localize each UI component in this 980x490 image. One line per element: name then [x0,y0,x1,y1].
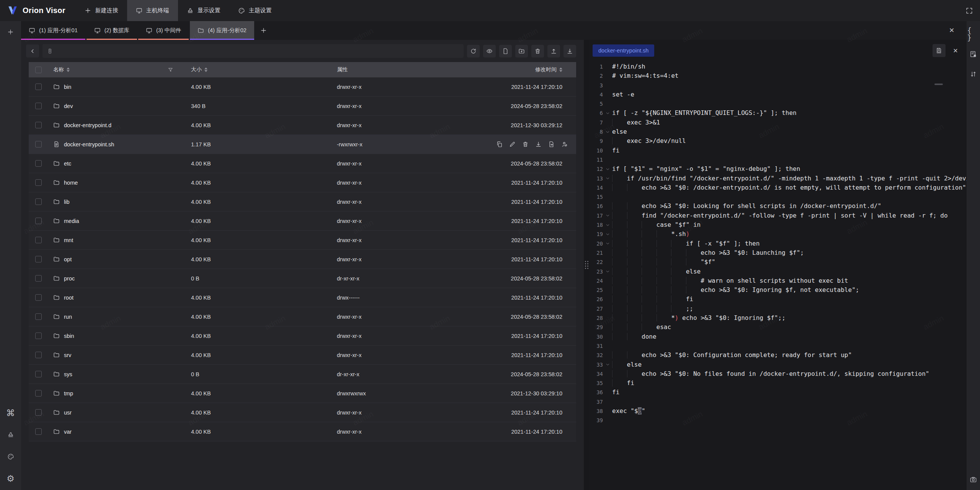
row-checkbox[interactable] [35,122,42,128]
terminal-tab-1[interactable]: (1) 应用-分析01 [21,21,85,40]
fold-toggle-icon[interactable] [603,220,612,229]
fold-toggle-icon[interactable] [603,174,612,183]
add-tab-button[interactable] [255,21,272,40]
panel-resize-handle[interactable] [584,40,589,490]
file-row-home[interactable]: home 4.00 KB drwxr-xr-x 2021-11-24 17:20… [29,173,576,192]
row-checkbox[interactable] [35,103,42,109]
row-checkbox[interactable] [35,409,42,416]
chevron-left-icon [29,48,36,54]
column-header-size[interactable]: 大小 [178,66,329,73]
fold-toggle-icon[interactable] [603,164,612,174]
delete-icon[interactable] [522,141,529,147]
save-button[interactable] [933,44,946,57]
filter-funnel-icon[interactable] [168,67,173,73]
fold-toggle-icon[interactable] [603,127,612,136]
rail-stamp-button[interactable] [3,427,18,442]
eye-button[interactable] [483,45,496,57]
row-checkbox[interactable] [35,352,42,358]
new-file-button[interactable] [499,45,512,57]
file-row-opt[interactable]: opt 4.00 KB drwxr-xr-x 2021-11-24 17:20:… [29,250,576,269]
file-row-mnt[interactable]: mnt 4.00 KB drwxr-xr-x 2021-11-24 17:20:… [29,231,576,250]
row-checkbox[interactable] [35,256,42,262]
rail-sort-lines-button[interactable] [967,68,980,80]
file-row-bin[interactable]: bin 4.00 KB drwxr-xr-x 2021-11-24 17:20:… [29,77,576,97]
row-checkbox[interactable] [35,218,42,224]
terminal-tab-4[interactable]: (4) 应用-分析02 [190,21,254,40]
edit-icon[interactable] [509,141,516,147]
select-all-checkbox[interactable] [35,67,42,73]
terminal-tab-3[interactable]: (3) 中间件 [138,21,189,40]
file-row-var[interactable]: var 4.00 KB drwxr-xr-x 2021-11-24 17:20:… [29,422,576,441]
terminal-tab-2[interactable]: (2) 数据库 [87,21,137,40]
file-row-docker-entrypoint.d[interactable]: docker-entrypoint.d 4.00 KB drwxr-xr-x 2… [29,116,576,135]
row-checkbox[interactable] [35,390,42,397]
rail-braces-button[interactable]: { } [967,28,980,40]
file-row-etc[interactable]: etc 4.00 KB drwxr-xr-x 2024-05-28 23:58:… [29,154,576,173]
close-panel-button[interactable]: ✕ [946,25,957,36]
row-checkbox[interactable] [35,313,42,320]
rail-gear-button[interactable]: ⚙ [3,471,18,486]
open-file-chip[interactable]: docker-entrypoint.sh [593,44,654,57]
fold-toggle-icon[interactable] [603,267,612,276]
download-icon[interactable] [535,141,542,147]
refresh-button[interactable] [467,45,480,57]
file-row-docker-entrypoint.sh[interactable]: docker-entrypoint.sh 1.17 KB -rwxrwxr-x [29,135,576,154]
fold-toggle-icon[interactable] [603,108,612,118]
rail-doc-bookmark-button[interactable] [967,48,980,60]
download-button[interactable] [564,45,576,57]
file-row-run[interactable]: run 4.00 KB drwxr-xr-x 2024-05-28 23:58:… [29,307,576,326]
code-area[interactable]: 1#!/bin/sh2# vim:sw=4:ts=4:et34set -e56i… [589,61,967,490]
fold-toggle-icon[interactable] [603,239,612,248]
file-row-tmp[interactable]: tmp 4.00 KB drwxrwxrwx 2021-12-30 03:29:… [29,384,576,403]
rail-palette-button[interactable] [3,449,18,464]
rail-camera-button[interactable] [967,473,980,485]
upload-button[interactable] [547,45,560,57]
left-rail: ⌘⚙ [0,21,21,490]
back-button[interactable] [26,44,39,57]
file-row-lib[interactable]: lib 4.00 KB drwxr-xr-x 2021-11-24 17:20:… [29,192,576,211]
row-checkbox[interactable] [35,371,42,377]
file-row-sys[interactable]: sys 0 B dr-xr-xr-x 2024-05-28 23:58:02 [29,365,576,384]
row-checkbox[interactable] [35,294,42,301]
fold-toggle-icon[interactable] [603,229,612,239]
file-row-srv[interactable]: srv 4.00 KB drwxr-xr-x 2021-11-24 17:20:… [29,346,576,365]
close-editor-button[interactable]: ✕ [949,44,962,57]
plus-icon [7,28,14,36]
file-row-media[interactable]: media 4.00 KB drwxr-xr-x 2021-11-24 17:2… [29,211,576,231]
path-input[interactable] [56,48,459,54]
row-checkbox[interactable] [35,237,42,243]
file-row-sbin[interactable]: sbin 4.00 KB drwxr-xr-x 2021-11-24 17:20… [29,326,576,346]
file-row-usr[interactable]: usr 4.00 KB drwxr-xr-x 2021-11-24 17:20:… [29,403,576,422]
file-row-dev[interactable]: dev 340 B drwxr-xr-x 2024-05-28 23:58:02 [29,97,576,116]
menu-theme-settings[interactable]: 主题设置 [229,0,281,21]
row-checkbox[interactable] [35,160,42,167]
code-line: 2# vim:sw=4:ts=4:et [589,71,967,80]
row-checkbox[interactable] [35,275,42,282]
menu-display-settings[interactable]: 显示设置 [178,0,229,21]
file-row-proc[interactable]: proc 0 B dr-xr-xr-x 2024-05-28 23:58:02 [29,269,576,288]
editor-scrollbar-thumb[interactable] [934,84,943,85]
fold-toggle-icon[interactable] [603,211,612,220]
row-checkbox[interactable] [35,84,42,90]
file-row-root[interactable]: root 4.00 KB drwx------ 2021-11-24 17:20… [29,288,576,307]
folder-icon [53,84,60,90]
row-checkbox[interactable] [35,141,42,147]
menu-host-terminal[interactable]: 主机终端 [127,0,178,21]
row-checkbox[interactable] [35,428,42,435]
permission-icon[interactable] [561,141,568,147]
rail-command-button[interactable]: ⌘ [3,405,18,421]
column-header-mtime[interactable]: 修改时间 [480,66,576,73]
copy-icon[interactable] [496,141,503,147]
fullscreen-button[interactable] [962,3,977,18]
move-icon[interactable] [548,141,555,147]
row-checkbox[interactable] [35,179,42,186]
new-tab-rail-button[interactable] [3,24,18,39]
refresh-icon [470,48,477,54]
trash-button[interactable] [531,45,544,57]
fold-toggle-icon[interactable] [603,360,612,369]
column-header-name[interactable]: 名称 [48,66,178,73]
row-checkbox[interactable] [35,333,42,339]
row-checkbox[interactable] [35,198,42,205]
new-folder-button[interactable] [515,45,528,57]
menu-new-connection[interactable]: 新建连接 [75,0,127,21]
